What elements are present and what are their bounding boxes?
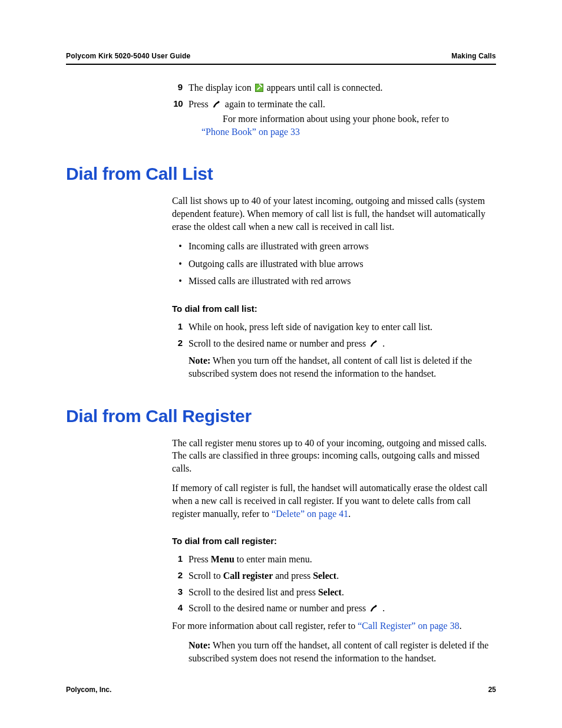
step-sub: For more information about using your ph…	[223, 113, 496, 126]
text: For more information about call register…	[172, 621, 358, 631]
ui-term: Call register	[223, 571, 273, 581]
cross-ref-link[interactable]: “Phone Book” on page 33	[201, 127, 300, 137]
text: Press	[189, 554, 211, 564]
text: .	[336, 571, 339, 581]
list-item: •Incoming calls are illustrated with gre…	[172, 240, 496, 253]
header-left: Polycom Kirk 5020-5040 User Guide	[66, 52, 190, 60]
note: Note: When you turn off the handset, all…	[189, 639, 496, 664]
text: to enter main menu.	[234, 554, 312, 564]
text: The display icon	[189, 83, 254, 93]
text: .	[342, 587, 344, 597]
list-item: •Missed calls are illustrated with red a…	[172, 275, 496, 288]
text: Missed calls are illustrated with red ar…	[189, 275, 351, 288]
step-body: While on hook, press left side of naviga…	[189, 321, 496, 334]
step-number: 2	[172, 337, 189, 351]
ui-term: Select	[313, 571, 336, 581]
bullet-icon: •	[172, 275, 189, 288]
handset-icon	[212, 99, 222, 112]
paragraph: The call register menu stores up to 40 o…	[172, 437, 496, 475]
text: .	[380, 603, 385, 613]
intro-paragraph: Call list shows up to 40 of your latest …	[172, 195, 496, 233]
step-number: 3	[172, 586, 189, 599]
step-body: The display icon appears until call is c…	[189, 81, 496, 94]
header-right: Making Calls	[451, 52, 496, 60]
step-body: Scroll to the desired name or number and…	[189, 602, 496, 616]
footer-left: Polycom, Inc.	[66, 686, 111, 694]
note: Note: When you turn off the handset, all…	[189, 354, 496, 380]
step-1: 1 Press Menu to enter main menu.	[172, 553, 496, 566]
handset-icon	[369, 338, 379, 351]
handset-icon	[369, 603, 379, 616]
list-item: •Outgoing calls are illustrated with blu…	[172, 258, 496, 271]
text: .	[348, 509, 351, 519]
step-1: 1 While on hook, press left side of navi…	[172, 321, 496, 334]
cross-ref-link[interactable]: “Delete” on page 41	[272, 509, 348, 519]
paragraph: If memory of call register is full, the …	[172, 482, 496, 520]
bullet-list: •Incoming calls are illustrated with gre…	[172, 240, 496, 288]
header-rule	[66, 64, 496, 65]
step-9: 9 The display icon appears until call is…	[172, 81, 496, 94]
bullet-icon: •	[172, 258, 189, 271]
ui-term: Menu	[211, 554, 234, 564]
text: .	[380, 338, 385, 348]
section-heading-call-register: Dial from Call Register	[66, 406, 496, 426]
text: For more information about using your ph…	[223, 114, 449, 124]
step-body: Scroll to the desired list and press Sel…	[189, 586, 496, 599]
text: Scroll to	[189, 571, 223, 581]
note-label: Note:	[189, 355, 210, 365]
step-number: 10	[172, 98, 189, 139]
step-number: 2	[172, 569, 189, 582]
text: Press	[189, 99, 211, 109]
footer-page-number: 25	[488, 686, 496, 694]
step-2: 2 Scroll to Call register and press Sele…	[172, 569, 496, 582]
display-icon	[255, 84, 263, 92]
step-4: 4 Scroll to the desired name or number a…	[172, 602, 496, 616]
sub-heading: To dial from call list:	[172, 303, 496, 315]
note-text: When you turn off the handset, all conte…	[189, 640, 488, 663]
section-heading-call-list: Dial from Call List	[66, 164, 496, 184]
step-number: 1	[172, 321, 189, 334]
bullet-icon: •	[172, 240, 189, 253]
step-number: 1	[172, 553, 189, 566]
text: appears until call is connected.	[265, 83, 383, 93]
step-body: Press Menu to enter main menu.	[189, 553, 496, 566]
step-body: Scroll to Call register and press Select…	[189, 569, 496, 582]
step-body: Scroll to the desired name or number and…	[189, 337, 496, 351]
text: Incoming calls are illustrated with gree…	[189, 240, 369, 253]
step-body: Press again to terminate the call. For m…	[189, 98, 496, 139]
step-number: 9	[172, 81, 189, 94]
step-10: 10 Press again to terminate the call. Fo…	[172, 98, 496, 139]
text: Outgoing calls are illustrated with blue…	[189, 258, 363, 271]
text: .	[459, 621, 462, 631]
text: and press	[273, 571, 313, 581]
step-number: 4	[172, 602, 189, 616]
text: Scroll to the desired list and press	[189, 587, 318, 597]
sub-heading: To dial from call register:	[172, 535, 496, 547]
cross-ref-link[interactable]: “Call Register” on page 38	[358, 621, 459, 631]
text: Scroll to the desired name or number and…	[189, 603, 368, 613]
step-2: 2 Scroll to the desired name or number a…	[172, 337, 496, 351]
step-3: 3 Scroll to the desired list and press S…	[172, 586, 496, 599]
text: Scroll to the desired name or number and…	[189, 338, 368, 348]
paragraph: For more information about call register…	[172, 620, 496, 633]
note-text: When you turn off the handset, all conte…	[189, 355, 472, 378]
note-label: Note:	[189, 640, 210, 650]
step-sub-link-line: “Phone Book” on page 33	[201, 126, 496, 139]
ui-term: Select	[318, 587, 342, 597]
text: again to terminate the call.	[223, 99, 325, 109]
